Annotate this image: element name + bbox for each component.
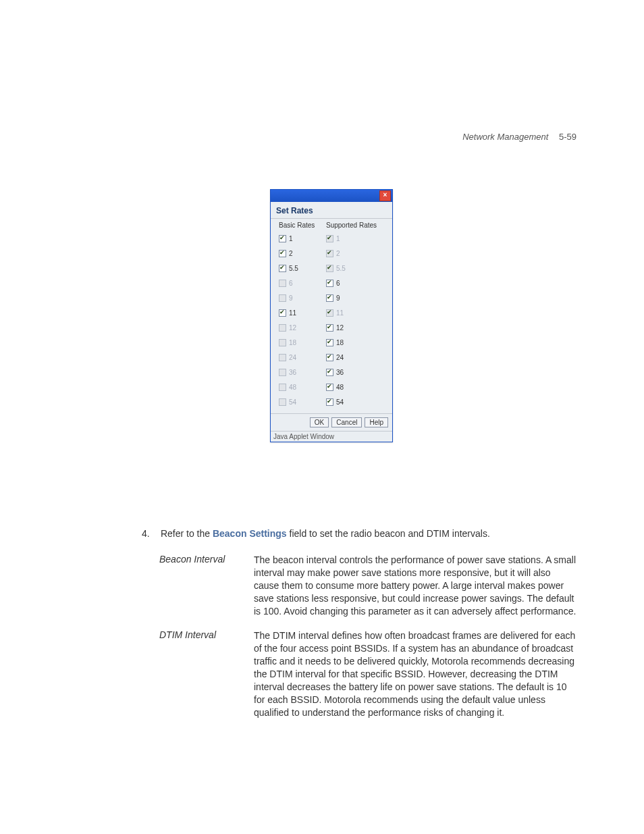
close-icon[interactable]: × [379, 190, 391, 201]
supported-rate-checkbox[interactable] [326, 280, 333, 287]
basic-rate-checkbox [279, 280, 286, 287]
def-term: Beacon Interval [159, 554, 254, 617]
rate-row: 1111 [279, 305, 387, 320]
basic-rate-cell: 18 [279, 339, 326, 346]
basic-rate-label: 9 [289, 294, 293, 302]
def-beacon-interval: Beacon Interval The beacon interval cont… [159, 554, 576, 617]
supported-rate-cell: 12 [326, 324, 387, 332]
step-4: 4. Refer to the Beacon Settings field to… [142, 528, 563, 539]
supported-rate-label: 36 [336, 369, 344, 376]
dialog-title: Set Rates [271, 202, 392, 219]
section-title: Network Management [462, 132, 548, 142]
basic-rate-cell: 9 [279, 294, 326, 302]
basic-rate-label: 6 [289, 280, 293, 287]
supported-rate-checkbox[interactable] [326, 354, 333, 361]
basic-rate-cell: 2 [279, 250, 326, 257]
basic-rate-cell: 11 [279, 309, 326, 317]
basic-rate-checkbox[interactable] [279, 265, 286, 272]
rate-row: 1818 [279, 335, 387, 350]
supported-rate-checkbox [326, 265, 333, 272]
set-rates-dialog: × Set Rates Basic Rates Supported Rates … [270, 189, 393, 442]
supported-rate-checkbox [326, 250, 333, 257]
rate-row: 5454 [279, 394, 387, 409]
basic-rate-cell: 48 [279, 384, 326, 391]
basic-rate-cell: 6 [279, 280, 326, 287]
supported-rate-cell: 36 [326, 369, 387, 376]
basic-rate-checkbox[interactable] [279, 309, 286, 317]
supported-rate-checkbox[interactable] [326, 294, 333, 302]
supported-rate-label: 1 [336, 235, 340, 242]
step-number: 4. [142, 528, 158, 539]
supported-rate-cell: 6 [326, 280, 387, 287]
page-number: 5-59 [559, 132, 576, 142]
basic-rates-header: Basic Rates [279, 221, 326, 229]
supported-rate-label: 54 [336, 398, 344, 406]
basic-rate-checkbox [279, 354, 286, 361]
basic-rate-label: 5.5 [289, 265, 298, 272]
supported-rate-cell: 54 [326, 398, 387, 406]
rate-row: 5.55.5 [279, 261, 387, 276]
supported-rate-checkbox[interactable] [326, 324, 333, 332]
rate-row: 1212 [279, 320, 387, 335]
basic-rate-label: 24 [289, 354, 296, 361]
basic-rate-checkbox [279, 339, 286, 346]
supported-rate-cell: 9 [326, 294, 387, 302]
basic-rate-label: 18 [289, 339, 296, 346]
cancel-button[interactable]: Cancel [331, 417, 362, 427]
basic-rate-label: 1 [289, 235, 293, 242]
page-header: Network Management 5-59 [462, 132, 576, 142]
basic-rate-cell: 24 [279, 354, 326, 361]
definitions: Beacon Interval The beacon interval cont… [159, 554, 576, 731]
basic-rate-checkbox[interactable] [279, 250, 286, 257]
basic-rate-cell: 12 [279, 324, 326, 332]
step-text-bold: Beacon Settings [213, 528, 287, 539]
page: Network Management 5-59 × Set Rates Basi… [0, 0, 644, 834]
supported-rate-checkbox[interactable] [326, 369, 333, 376]
supported-rate-cell: 1 [326, 235, 387, 242]
basic-rate-checkbox [279, 294, 286, 302]
supported-rate-cell: 5.5 [326, 265, 387, 272]
basic-rate-checkbox [279, 384, 286, 391]
dialog-titlebar[interactable]: × [271, 190, 392, 202]
basic-rate-cell: 1 [279, 235, 326, 242]
supported-rate-label: 12 [336, 324, 344, 332]
rate-row: 22 [279, 246, 387, 261]
basic-rate-cell: 54 [279, 398, 326, 406]
supported-rate-cell: 24 [326, 354, 387, 361]
basic-rate-checkbox [279, 324, 286, 332]
supported-rate-label: 5.5 [336, 265, 346, 272]
basic-rate-label: 11 [289, 309, 296, 317]
basic-rate-label: 54 [289, 398, 296, 406]
rate-headers: Basic Rates Supported Rates [279, 221, 387, 229]
basic-rate-checkbox[interactable] [279, 235, 286, 242]
supported-rate-checkbox[interactable] [326, 384, 333, 391]
basic-rate-checkbox [279, 369, 286, 376]
supported-rate-checkbox [326, 309, 333, 317]
supported-rate-cell: 2 [326, 250, 387, 257]
rates-body: Basic Rates Supported Rates 11225.55.566… [271, 219, 392, 413]
rate-row: 11 [279, 231, 387, 246]
supported-rate-label: 9 [336, 294, 340, 302]
supported-rate-label: 18 [336, 339, 344, 346]
def-dtim-interval: DTIM Interval The DTIM interval defines … [159, 629, 576, 719]
basic-rate-label: 36 [289, 369, 296, 376]
supported-rate-checkbox[interactable] [326, 339, 333, 346]
supported-rate-label: 6 [336, 280, 340, 287]
supported-rate-checkbox[interactable] [326, 398, 333, 406]
rate-row: 2424 [279, 350, 387, 365]
supported-rate-cell: 18 [326, 339, 387, 346]
basic-rate-checkbox [279, 398, 286, 406]
step-text-pre: Refer to the [161, 528, 213, 539]
rate-row: 99 [279, 290, 387, 305]
ok-button[interactable]: OK [310, 417, 329, 427]
basic-rate-label: 48 [289, 384, 296, 391]
supported-rates-header: Supported Rates [326, 221, 387, 229]
rate-row: 3636 [279, 365, 387, 380]
step-text-post: field to set the radio beacon and DTIM i… [287, 528, 490, 539]
rate-row: 66 [279, 276, 387, 290]
help-button[interactable]: Help [365, 417, 388, 427]
dialog-buttons: OK Cancel Help [271, 413, 392, 431]
basic-rate-label: 2 [289, 250, 293, 257]
supported-rate-label: 11 [336, 309, 344, 317]
supported-rate-label: 48 [336, 384, 344, 391]
